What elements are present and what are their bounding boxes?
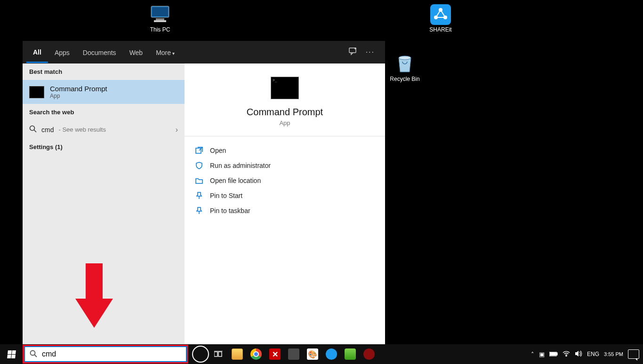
annotation-highlight: [23, 345, 188, 364]
taskbar-search-box[interactable]: [24, 346, 187, 362]
search-web-header: Search the web: [23, 104, 185, 120]
svg-line-15: [35, 355, 37, 357]
best-match-command-prompt[interactable]: Command Prompt App: [23, 80, 185, 104]
tab-more[interactable]: More: [149, 42, 181, 62]
settings-header[interactable]: Settings (1): [23, 139, 185, 155]
desktop-icon-recycle-bin[interactable]: Recycle Bin: [386, 54, 424, 82]
svg-rect-3: [154, 20, 166, 22]
web-result-hint: - See web results: [58, 126, 105, 133]
desktop-icon-shareit[interactable]: SHAREit: [422, 5, 459, 33]
svg-rect-21: [550, 352, 556, 355]
search-input[interactable]: [42, 350, 181, 358]
taskbar-app-paint[interactable]: 🎨: [303, 344, 322, 364]
svg-point-14: [31, 350, 35, 355]
tray-show-hidden-icon[interactable]: ˄: [531, 351, 534, 358]
recycle-bin-icon: [394, 54, 416, 74]
command-prompt-icon: [29, 86, 44, 98]
taskbar-app-utility[interactable]: [284, 344, 303, 364]
svg-point-8: [399, 56, 411, 60]
taskbar-app-blue[interactable]: [322, 344, 341, 364]
tab-web[interactable]: Web: [123, 42, 150, 62]
svg-rect-4: [430, 4, 451, 25]
tray-battery-icon[interactable]: [549, 351, 558, 358]
search-tabs: All Apps Documents Web More ···: [23, 41, 385, 63]
svg-rect-2: [156, 18, 164, 20]
tab-all[interactable]: All: [26, 42, 48, 63]
tray-wifi-icon[interactable]: [563, 351, 570, 358]
preview-title: Command Prompt: [247, 107, 323, 118]
chevron-right-icon: ›: [176, 126, 178, 134]
search-icon: [29, 125, 37, 134]
web-result-cmd[interactable]: cmd - See web results ›: [23, 120, 185, 139]
svg-line-12: [34, 130, 37, 133]
tray-onedrive-icon[interactable]: ▣: [539, 351, 545, 358]
best-match-header: Best match: [23, 63, 185, 80]
tray-clock[interactable]: 3:55 PM: [604, 351, 623, 357]
feedback-icon[interactable]: [349, 47, 357, 57]
action-run-as-administrator[interactable]: Run as administrator: [195, 158, 375, 173]
svg-rect-20: [556, 353, 557, 355]
taskbar: ✕ 🎨 ˄ ▣ ENG 3:55 PM: [0, 344, 643, 364]
desktop-icon-label: SHAREit: [422, 26, 459, 33]
start-button[interactable]: [0, 344, 23, 364]
action-label: Open: [210, 147, 226, 154]
windows-logo-icon: [7, 350, 16, 358]
task-view-button[interactable]: [209, 344, 228, 364]
shareit-icon: [429, 5, 452, 24]
tray-language[interactable]: ENG: [587, 351, 599, 357]
preview-subtitle: App: [279, 119, 290, 127]
svg-rect-17: [218, 352, 222, 356]
action-pin-to-start[interactable]: Pin to Start: [195, 188, 375, 203]
more-options-icon[interactable]: ···: [366, 48, 375, 56]
web-result-query: cmd: [41, 126, 54, 134]
action-open[interactable]: Open: [195, 143, 375, 158]
svg-point-11: [30, 126, 35, 131]
taskbar-app-red[interactable]: ✕: [265, 344, 284, 364]
taskbar-app-green[interactable]: [341, 344, 360, 364]
action-label: Open file location: [210, 177, 261, 184]
action-label: Pin to Start: [210, 192, 242, 199]
best-match-title: Command Prompt: [50, 85, 107, 93]
action-open-file-location[interactable]: Open file location: [195, 173, 375, 188]
cortana-button[interactable]: [192, 346, 209, 363]
command-prompt-icon: [271, 77, 299, 99]
system-tray: ˄ ▣ ENG 3:55 PM: [531, 349, 643, 359]
open-icon: [195, 146, 203, 155]
svg-point-10: [354, 47, 356, 49]
pin-icon: [195, 191, 203, 200]
action-label: Pin to taskbar: [210, 207, 250, 214]
tab-documents[interactable]: Documents: [76, 42, 123, 62]
action-pin-to-taskbar[interactable]: Pin to taskbar: [195, 203, 375, 218]
annotation-arrow: [75, 263, 113, 334]
monitor-icon: [149, 5, 171, 24]
tray-volume-icon[interactable]: [575, 350, 582, 358]
svg-rect-1: [152, 7, 168, 16]
pin-icon: [195, 206, 203, 215]
taskbar-app-file-explorer[interactable]: [228, 344, 247, 364]
desktop-icon-label: This PC: [141, 26, 179, 33]
best-match-subtitle: App: [50, 93, 107, 99]
desktop-icon-this-pc[interactable]: This PC: [141, 5, 179, 33]
search-preview-pane: Command Prompt App Open Run as administr…: [185, 63, 385, 344]
action-center-icon[interactable]: [628, 349, 639, 359]
folder-icon: [195, 176, 203, 185]
taskbar-app-dark-red[interactable]: [360, 344, 378, 364]
tab-apps[interactable]: Apps: [48, 42, 76, 62]
taskbar-app-chrome[interactable]: [247, 344, 265, 364]
shield-icon: [195, 161, 203, 170]
action-label: Run as administrator: [210, 162, 271, 169]
svg-rect-16: [214, 352, 217, 356]
desktop-icon-label: Recycle Bin: [386, 76, 424, 82]
search-icon: [30, 350, 37, 359]
svg-point-22: [566, 356, 567, 356]
